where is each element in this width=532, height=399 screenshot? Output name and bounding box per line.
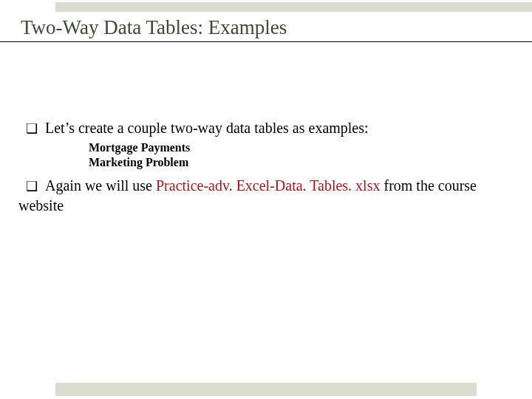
sub-item-marketing: Marketing Problem xyxy=(89,155,514,170)
bullet-item-1: ❑Let’s create a couple two-way data tabl… xyxy=(18,118,514,137)
slide-title: Two-Way Data Tables: Examples xyxy=(21,16,287,39)
bullet-filename: Practice-adv. Excel-Data. Tables. xlsx xyxy=(156,177,380,194)
bottom-decorative-bar xyxy=(55,383,477,396)
bullet-text: Let’s create a couple two-way data table… xyxy=(45,120,369,136)
title-underline xyxy=(0,41,532,42)
slide: Two-Way Data Tables: Examples ❑Let’s cre… xyxy=(0,0,532,399)
bullet-item-2: ❑Again we will use Practice-adv. Excel-D… xyxy=(18,176,514,214)
checkbox-bullet-icon: ❑ xyxy=(26,178,38,195)
bullet-text-pre: Again we will use xyxy=(45,177,156,194)
top-decorative-bar xyxy=(55,2,532,12)
slide-body: ❑Let’s create a couple two-way data tabl… xyxy=(18,118,514,216)
sub-list: Mortgage Payments Marketing Problem xyxy=(89,140,514,170)
sub-item-mortgage: Mortgage Payments xyxy=(89,140,514,155)
checkbox-bullet-icon: ❑ xyxy=(26,120,38,137)
